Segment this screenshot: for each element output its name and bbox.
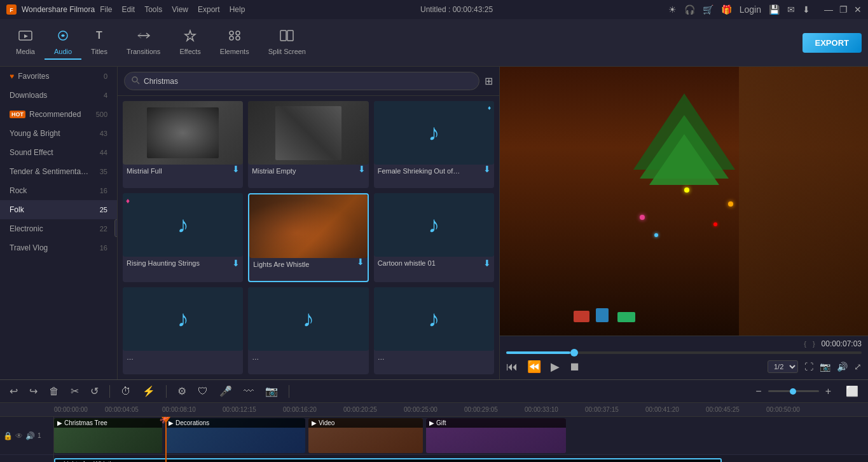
sidebar-item-tender[interactable]: Tender & Sentimenta… 35	[0, 162, 117, 181]
expand-icon[interactable]: ⤢	[854, 362, 862, 372]
media-item-mistrial-full[interactable]: ⬇ Mistrial Full	[123, 101, 243, 188]
preview-controls: { } 00:00:07:03 ⏮ ⏪ ▶ ⏹ 1/2	[500, 336, 868, 379]
mic-btn[interactable]: 🎤	[216, 383, 235, 399]
volume-icon[interactable]: 🔊	[837, 362, 848, 372]
tab-elements[interactable]: Elements	[210, 26, 259, 60]
sidebar-collapse-button[interactable]: ◁	[114, 219, 118, 237]
download-icon[interactable]: ⬇	[803, 4, 810, 15]
track1-audio-icon[interactable]: 🔊	[25, 431, 35, 440]
menu-help[interactable]: Help	[230, 5, 245, 14]
loop-button[interactable]: ↺	[87, 383, 102, 399]
sidebar-item-downloads[interactable]: Downloads 4	[0, 86, 117, 105]
cut-button[interactable]: ✂	[67, 383, 82, 399]
track1-lock-icon[interactable]: 🔒	[3, 431, 13, 440]
sidebar-item-soundeffect[interactable]: Sound Effect 44	[0, 143, 117, 162]
play-button[interactable]: ▶	[551, 360, 560, 374]
export-button[interactable]: EXPORT	[803, 33, 862, 53]
media-item-lights-whistle[interactable]: ⬇ Lights Are Whistle	[248, 193, 368, 283]
cartoon-whistle-download-icon[interactable]: ⬇	[483, 258, 491, 268]
sidebar-item-youngbright[interactable]: Young & Bright 43	[0, 124, 117, 143]
tab-effects[interactable]: Effects	[170, 26, 210, 60]
menu-edit[interactable]: Edit	[122, 5, 135, 14]
stop-button[interactable]: ⏹	[569, 360, 581, 374]
zoom-control: − +	[752, 384, 834, 399]
snapshot-icon[interactable]: 📷	[820, 362, 830, 372]
cart-icon[interactable]: 🛒	[703, 4, 713, 15]
clip-gift[interactable]: ▶Gift	[426, 418, 566, 453]
undo-button[interactable]: ↩	[6, 383, 21, 399]
zoom-in-button[interactable]: +	[822, 384, 834, 399]
settings-icon-btn[interactable]: ⚙	[174, 383, 189, 399]
frame-back-button[interactable]: ⏪	[527, 360, 541, 374]
grid-view-button[interactable]: ⊞	[485, 75, 493, 87]
media-item-rising-haunting[interactable]: ♪ ♦ ⬇ Rising Haunting Strings	[123, 193, 243, 283]
split-button[interactable]: ⚡	[139, 383, 158, 399]
minimize-button[interactable]: —	[824, 4, 833, 15]
tab-audio[interactable]: Audio	[45, 26, 81, 60]
sidebar-item-folk[interactable]: Folk 25	[0, 200, 117, 219]
sun-icon[interactable]: ☀	[668, 4, 677, 15]
media-item-7[interactable]: ♪ …	[123, 287, 243, 374]
media-item-8[interactable]: ♪ …	[248, 287, 368, 374]
tab-splitscreen[interactable]: Split Screen	[259, 26, 315, 60]
svg-text:F: F	[10, 7, 13, 13]
fullscreen-icon[interactable]: ⛶	[804, 362, 813, 372]
search-container	[124, 72, 479, 90]
svg-point-9	[230, 36, 233, 40]
menu-view[interactable]: View	[172, 5, 188, 14]
sidebar-item-electronic[interactable]: Electronic 22	[0, 219, 117, 238]
gift-icon[interactable]: 🎁	[721, 4, 732, 15]
sidebar-item-rock[interactable]: Rock 16	[0, 181, 117, 200]
tab-titles[interactable]: T Titles	[81, 26, 117, 60]
close-button[interactable]: ✕	[854, 4, 862, 15]
preview-progress-bar[interactable]	[506, 351, 862, 354]
save-icon[interactable]: 💾	[769, 4, 780, 15]
camera-btn[interactable]: 📷	[262, 383, 281, 399]
media-item-mistrial-empty[interactable]: ⬇ Mistrial Empty	[248, 101, 368, 188]
shield-btn[interactable]: 🛡	[195, 384, 211, 399]
rising-haunting-label: Rising Haunting Strings	[123, 257, 243, 269]
snap-button[interactable]: ⏱	[118, 384, 134, 399]
media-item-9[interactable]: ♪ …	[374, 287, 494, 374]
preview-timecode: 00:00:07:03	[822, 339, 862, 348]
login-button[interactable]: Login	[740, 4, 761, 15]
maximize-button[interactable]: ❐	[839, 4, 848, 15]
zoom-out-button[interactable]: −	[752, 384, 764, 399]
step-back-button[interactable]: ⏮	[506, 360, 518, 374]
mistrial-empty-download-icon[interactable]: ⬇	[358, 164, 366, 174]
search-input[interactable]	[144, 77, 472, 86]
clip-video[interactable]: ▶Video	[308, 418, 423, 453]
toolbar: Media Audio T Titles Transitions Effects…	[0, 19, 868, 67]
transitions-icon	[137, 29, 151, 45]
lights-whistle-download-icon[interactable]: ⬇	[357, 257, 364, 267]
track1-eye-icon[interactable]: 👁	[15, 431, 23, 440]
quality-select[interactable]: 1/2	[768, 360, 798, 373]
female-shrieking-download-icon[interactable]: ⬇	[483, 164, 491, 174]
audio-clip-lights[interactable]: ♪ Lights Are Whistle	[54, 458, 722, 462]
media-item-cartoon-whistle[interactable]: ♪ ⬇ Cartoon whistle 01	[374, 193, 494, 283]
mistrial-full-thumbnail	[123, 101, 243, 165]
mark-12: 00:00:50:00	[766, 406, 800, 413]
decorations-label: ▶Decorations	[165, 418, 305, 428]
rising-haunting-download-icon[interactable]: ⬇	[232, 258, 240, 268]
mark-4: 00:00:16:20	[283, 406, 317, 413]
menu-tools[interactable]: Tools	[144, 5, 162, 14]
clip-christmas-tree[interactable]: ▶Christmas Tree	[54, 418, 162, 453]
headphone-icon[interactable]: 🎧	[684, 4, 695, 15]
menu-file[interactable]: File	[100, 5, 112, 14]
menu-export[interactable]: Export	[198, 5, 220, 14]
delete-button[interactable]: 🗑	[46, 384, 62, 399]
tab-media[interactable]: Media	[6, 26, 45, 60]
fullscreen-tl-button[interactable]: ⬜	[843, 383, 862, 399]
sidebar-item-recommended[interactable]: HOT Recommended 500	[0, 105, 117, 124]
clip-decorations[interactable]: ▶Decorations	[165, 418, 305, 453]
mistrial-full-download-icon[interactable]: ⬇	[232, 164, 240, 174]
email-icon[interactable]: ✉	[787, 4, 795, 15]
tab-transitions[interactable]: Transitions	[117, 26, 170, 60]
redo-button[interactable]: ↪	[26, 383, 41, 399]
zoom-slider[interactable]	[768, 390, 819, 392]
audio-wave-btn[interactable]: 〰	[240, 384, 257, 399]
media-item-female-shrieking[interactable]: ♪ ♦ ⬇ Female Shrieking Out of…	[374, 101, 494, 188]
sidebar-item-favorites[interactable]: ♥ Favorites 0	[0, 67, 117, 86]
sidebar-item-travelvlog[interactable]: Travel Vlog 16	[0, 238, 117, 257]
